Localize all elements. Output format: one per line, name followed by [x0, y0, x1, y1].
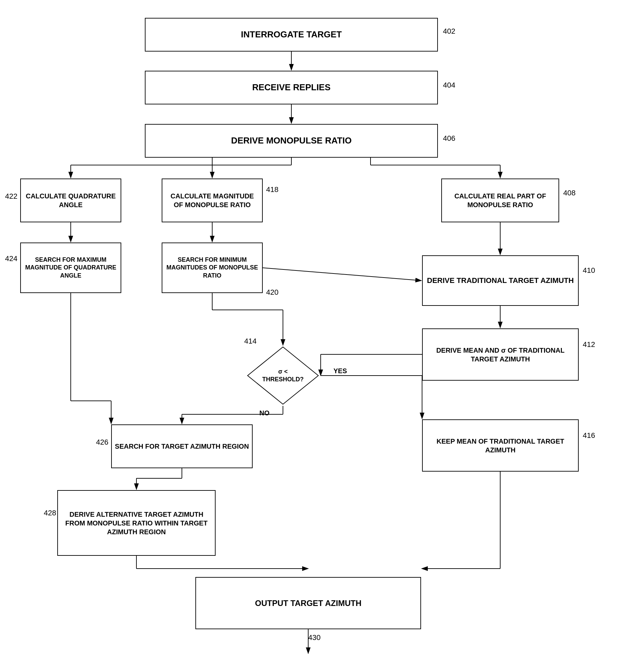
search-target-region-box: SEARCH FOR TARGET AZIMUTH REGION: [111, 424, 253, 468]
search-min-monopulse-box: SEARCH FOR MINIMUM MAGNITUDES OF MONOPUL…: [162, 243, 263, 293]
derive-monopulse-ratio-box: DERIVE MONOPULSE RATIO: [145, 124, 438, 158]
derive-traditional-box: DERIVE TRADITIONAL TARGET AZIMUTH: [422, 255, 579, 306]
label-420: 420: [266, 288, 279, 297]
threshold-label: σ <THRESHOLD?: [256, 368, 310, 384]
calculate-magnitude-box: CALCULATE MAGNITUDE OF MONOPULSE RATIO: [162, 178, 263, 222]
svg-line-37: [263, 268, 421, 281]
label-422: 422: [5, 192, 17, 201]
label-412: 412: [583, 340, 595, 349]
keep-mean-box: KEEP MEAN OF TRADITIONAL TARGET AZIMUTH: [422, 419, 579, 471]
derive-alternative-box: DERIVE ALTERNATIVE TARGET AZIMUTH FROM M…: [57, 490, 216, 556]
search-max-quadrature-box: SEARCH FOR MAXIMUM MAGNITUDE OF QUADRATU…: [20, 243, 121, 293]
yes-label: YES: [333, 367, 347, 375]
calculate-quadrature-box: CALCULATE QUADRATURE ANGLE: [20, 178, 121, 222]
label-414: 414: [244, 337, 257, 346]
label-416: 416: [583, 431, 595, 440]
output-target-box: OUTPUT TARGET AZIMUTH: [195, 577, 421, 629]
label-410: 410: [583, 266, 595, 275]
no-label: NO: [259, 409, 270, 417]
label-428: 428: [44, 509, 56, 517]
calculate-real-part-box: CALCULATE REAL PART OF MONOPULSE RATIO: [441, 178, 559, 222]
receive-replies-box: RECEIVE REPLIES: [145, 71, 438, 104]
label-426: 426: [96, 438, 108, 447]
flowchart-diagram: INTERROGATE TARGET 402 RECEIVE REPLIES 4…: [0, 0, 640, 672]
label-402: 402: [443, 27, 455, 36]
label-408: 408: [563, 189, 576, 198]
interrogate-target-box: INTERROGATE TARGET: [145, 18, 438, 52]
label-406: 406: [443, 134, 455, 143]
label-424: 424: [5, 254, 17, 263]
label-418: 418: [266, 185, 279, 194]
derive-mean-sigma-box: DERIVE MEAN AND σ OF TRADITIONAL TARGET …: [422, 328, 579, 381]
threshold-diamond: σ <THRESHOLD?: [246, 345, 320, 406]
label-404: 404: [443, 81, 455, 90]
label-430: 430: [308, 633, 321, 642]
